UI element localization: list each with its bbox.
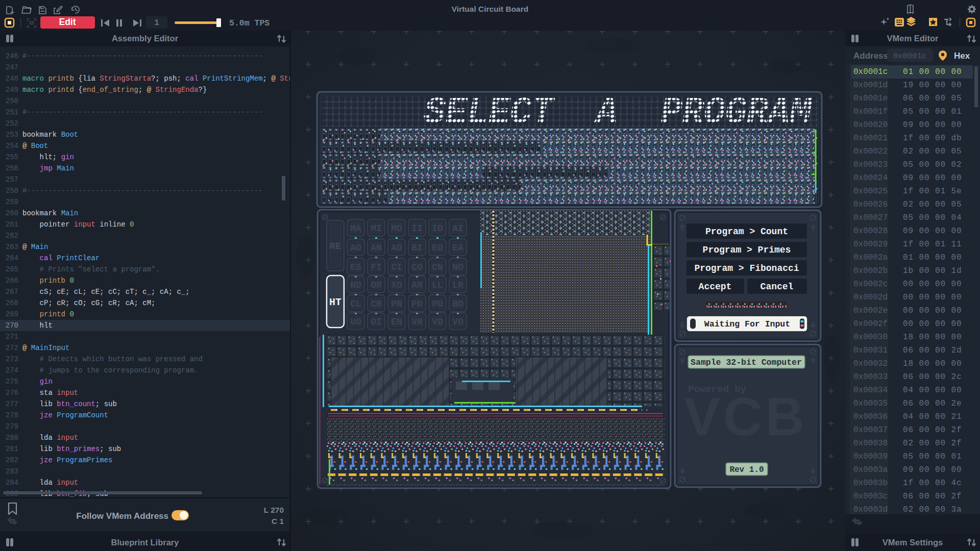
svg-text:EO: EO <box>432 243 443 253</box>
svg-text:CL: CL <box>350 299 361 309</box>
svg-text:BO: BO <box>452 299 463 309</box>
svg-text:LL: LL <box>432 280 443 290</box>
svg-text:Program > Fibonacci: Program > Fibonacci <box>694 263 799 273</box>
svg-text:OR: OR <box>371 280 382 290</box>
svg-text:CI: CI <box>391 262 402 272</box>
svg-text:Cancel: Cancel <box>761 282 794 292</box>
svg-text:UO: UO <box>350 317 361 327</box>
svg-text:VCB: VCB <box>684 386 807 446</box>
svg-text:MI: MI <box>371 223 382 234</box>
svg-text:Program > Primes: Program > Primes <box>703 245 791 255</box>
svg-text:AR: AR <box>411 280 423 290</box>
svg-text:PN: PN <box>391 299 402 309</box>
svg-text:SELECT A PROGRAM: SELECT A PROGRAM <box>424 92 813 134</box>
svg-text:AN: AN <box>371 243 382 253</box>
svg-text:1: 1 <box>154 18 159 28</box>
svg-text:Edit: Edit <box>59 17 76 27</box>
svg-text:VO: VO <box>452 317 463 327</box>
svg-text:OI: OI <box>371 317 382 327</box>
svg-text:AO: AO <box>350 243 361 253</box>
svg-text:IO: IO <box>432 223 443 234</box>
svg-text:Sample 32-bit Computer: Sample 32-bit Computer <box>691 358 802 367</box>
svg-text:Program > Count: Program > Count <box>705 227 788 237</box>
svg-text:Hex: Hex <box>954 51 970 61</box>
svg-text:VD: VD <box>432 317 443 327</box>
svg-text:AD: AD <box>391 243 402 253</box>
svg-text:CR: CR <box>371 299 382 309</box>
svg-text:AI: AI <box>452 223 463 234</box>
svg-text:Accept: Accept <box>699 282 732 292</box>
svg-text:ND: ND <box>350 280 361 290</box>
svg-text:Virtual Circuit Board: Virtual Circuit Board <box>452 5 528 13</box>
svg-text:EN: EN <box>391 317 402 327</box>
svg-text:Follow VMem Address: Follow VMem Address <box>76 511 168 521</box>
svg-text:FI: FI <box>371 262 382 272</box>
svg-text:5.0m TPS: 5.0m TPS <box>229 18 270 28</box>
svg-text:CO: CO <box>411 262 423 272</box>
svg-text:PO: PO <box>432 299 443 309</box>
svg-text:EA: EA <box>452 243 463 253</box>
svg-text:0x0001c: 0x0001c <box>893 52 926 61</box>
svg-text:BI: BI <box>411 243 423 253</box>
svg-text:LR: LR <box>452 280 463 290</box>
svg-text:RE: RE <box>330 241 341 252</box>
svg-text:MO: MO <box>391 223 402 234</box>
svg-text:Waiting For Input: Waiting For Input <box>704 319 790 329</box>
svg-text:XO: XO <box>391 280 402 290</box>
svg-text:PD: PD <box>411 299 423 309</box>
svg-text:VN: VN <box>411 317 423 327</box>
svg-text:HT: HT <box>329 296 341 308</box>
svg-text:Rev 1.0: Rev 1.0 <box>729 465 764 474</box>
svg-text:Address: Address <box>853 51 888 61</box>
svg-text:NO: NO <box>452 262 463 272</box>
svg-text:ES: ES <box>350 262 361 272</box>
svg-text:MA: MA <box>350 223 361 234</box>
svg-text:C 1: C 1 <box>272 517 284 525</box>
svg-text:L 270: L 270 <box>264 506 284 514</box>
svg-text:CN: CN <box>432 262 443 272</box>
svg-text:II: II <box>411 223 423 234</box>
